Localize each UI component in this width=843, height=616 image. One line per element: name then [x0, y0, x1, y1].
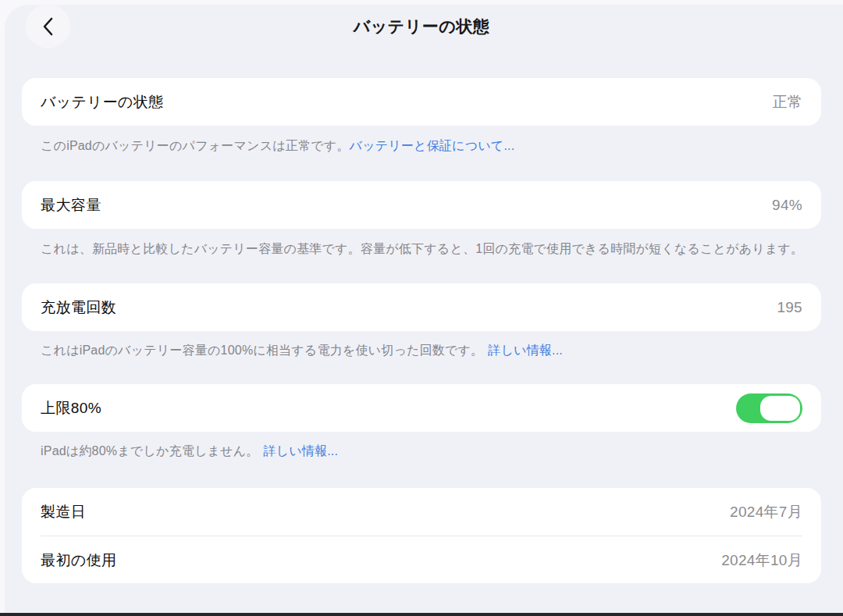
cycle-count-learn-more-link[interactable]: 詳しい情報... [488, 344, 563, 357]
charge-limit-footnote-text: iPadは約80%までしか充電しません。 [41, 444, 258, 458]
battery-health-row: バッテリーの状態 正常 [22, 78, 821, 126]
battery-health-footnote: このiPadのバッテリーのパフォーマンスは正常です。バッテリーと保証について..… [41, 137, 812, 155]
cycle-count-footnote-text: これはiPadのバッテリー容量の100%に相当する電力を使い切った回数です。 [41, 344, 483, 357]
battery-dates-card: 製造日 2024年7月 最初の使用 2024年10月 [22, 488, 821, 583]
battery-warranty-link[interactable]: バッテリーと保証について... [350, 139, 515, 152]
cycle-count-value: 195 [777, 299, 802, 316]
back-button[interactable] [26, 4, 70, 48]
manufacture-date-row: 製造日 2024年7月 [22, 488, 821, 536]
charge-limit-footnote: iPadは約80%までしか充電しません。詳しい情報... [41, 443, 812, 460]
charge-limit-learn-more-link[interactable]: 詳しい情報... [263, 444, 338, 458]
toggle-knob [760, 396, 800, 421]
max-capacity-footnote: これは、新品時と比較したバッテリー容量の基準です。容量が低下すると、1回の充電で… [41, 240, 812, 258]
first-use-date-label: 最初の使用 [41, 550, 116, 571]
cycle-count-row: 充放電回数 195 [22, 283, 821, 331]
max-capacity-value: 94% [772, 197, 802, 214]
first-use-date-value: 2024年10月 [721, 550, 802, 571]
screen-bottom-edge [0, 613, 843, 616]
first-use-date-row: 最初の使用 2024年10月 [22, 536, 821, 584]
battery-health-label: バッテリーの状態 [41, 92, 163, 112]
max-capacity-footnote-text: これは、新品時と比較したバッテリー容量の基準です。容量が低下すると、1回の充電で… [41, 242, 803, 255]
manufacture-date-label: 製造日 [41, 502, 86, 522]
max-capacity-label: 最大容量 [41, 195, 101, 215]
page-title: バッテリーの状態 [0, 16, 843, 37]
battery-health-footnote-text: このiPadのバッテリーのパフォーマンスは正常です。 [41, 139, 350, 152]
charge-limit-label: 上限80% [41, 398, 101, 418]
battery-health-value: 正常 [772, 92, 802, 112]
battery-health-screen: バッテリーの状態 バッテリーの状態 正常 このiPadのバッテリーのパフォーマン… [0, 0, 843, 616]
max-capacity-row: 最大容量 94% [22, 181, 821, 229]
charge-limit-toggle[interactable] [736, 393, 802, 423]
cycle-count-label: 充放電回数 [41, 297, 116, 318]
charge-limit-row: 上限80% [22, 384, 821, 432]
cycle-count-footnote: これはiPadのバッテリー容量の100%に相当する電力を使い切った回数です。詳し… [41, 342, 812, 359]
manufacture-date-value: 2024年7月 [730, 502, 802, 522]
chevron-left-icon [41, 16, 56, 37]
